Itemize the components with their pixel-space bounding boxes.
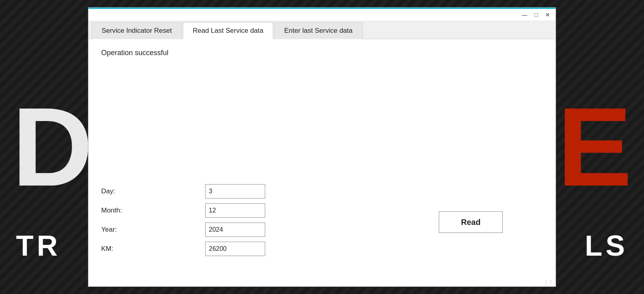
minimize-button[interactable]: — (520, 11, 530, 18)
close-button[interactable]: ✕ (543, 11, 552, 18)
tab-service-indicator-reset[interactable]: Service Indicator Reset (92, 22, 182, 39)
read-button[interactable]: Read (439, 211, 503, 233)
label-km: KM: (101, 245, 205, 253)
maximize-button[interactable]: □ (532, 11, 540, 18)
status-text: Operation successful (101, 49, 543, 57)
input-month[interactable] (205, 203, 265, 218)
main-window: — □ ✕ Service Indicator Reset Read Last … (88, 7, 556, 287)
title-bar: — □ ✕ (88, 8, 556, 20)
label-month: Month: (101, 207, 205, 215)
read-button-area: Read (439, 211, 503, 233)
tab-read-last-service[interactable]: Read Last Service data (183, 22, 274, 39)
bg-letter-left: D (12, 83, 93, 211)
label-year: Year: (101, 226, 205, 234)
input-day[interactable] (205, 184, 265, 199)
label-day: Day: (101, 187, 205, 195)
form-area: Day: Month: Year: KM: Read (101, 65, 543, 277)
bg-text-right: LS (585, 229, 628, 262)
title-bar-controls: — □ ✕ (520, 11, 552, 18)
input-year[interactable] (205, 222, 265, 237)
tab-enter-last-service[interactable]: Enter last Service data (274, 22, 362, 39)
form-row-km: KM: (101, 242, 543, 256)
resize-handle[interactable]: ⋮⋮ (544, 279, 553, 285)
bg-text-left: TR (16, 229, 61, 262)
bg-letter-right: E (557, 83, 632, 211)
form-row-day: Day: (101, 184, 543, 199)
tab-bar: Service Indicator Reset Read Last Servic… (88, 20, 556, 39)
form-container: Day: Month: Year: KM: Read (101, 184, 543, 261)
content-area: Operation successful Day: Month: Year: K… (88, 39, 556, 286)
input-km[interactable] (205, 242, 265, 256)
